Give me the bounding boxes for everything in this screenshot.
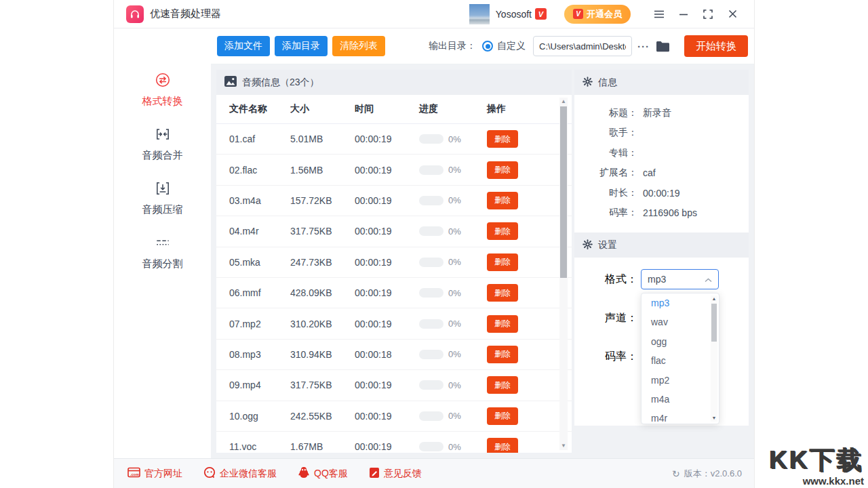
table-row[interactable]: 04.m4r 317.75KB 00:00:19 0% 删除 [216,216,572,247]
dropdown-option[interactable]: m4r [642,409,719,424]
sidebar-item-format-convert[interactable]: 格式转换 [142,72,183,108]
scrollbar-thumb[interactable] [711,304,717,342]
cell-time: 00:00:19 [355,165,419,176]
menu-icon[interactable] [647,4,671,24]
table-header-row: 文件名称 大小 时间 进度 操作 [216,95,572,124]
refresh-icon[interactable]: ↻ [672,468,680,479]
delete-button[interactable]: 删除 [487,284,518,302]
minimize-icon[interactable] [671,4,696,24]
vip-badge-icon: V [535,8,547,20]
cell-size: 242.55KB [290,411,355,422]
table-row[interactable]: 06.mmf 428.09KB 00:00:19 0% 删除 [216,278,572,308]
photo-icon [224,76,237,89]
table-row[interactable]: 08.mp3 310.94KB 00:00:18 0% 删除 [216,340,572,370]
scroll-down-icon[interactable]: ▼ [561,442,566,450]
app-logo-icon [126,5,144,23]
scroll-down-icon[interactable]: ▼ [711,415,717,422]
delete-button[interactable]: 删除 [487,253,518,271]
progress-text: 0% [448,380,461,390]
progress-bar [419,411,443,421]
delete-button[interactable]: 删除 [487,407,518,425]
table-row[interactable]: 01.caf 5.01MB 00:00:19 0% 删除 [216,124,572,155]
close-icon[interactable] [720,4,745,24]
settings-title: 设置 [598,239,617,251]
dropdown-option[interactable]: mp3 [642,293,719,312]
sidebar-item-audio-split[interactable]: 音频分割 [142,235,183,270]
progress-bar [419,226,443,236]
scroll-up-icon[interactable]: ▲ [711,296,717,302]
add-folder-button[interactable]: 添加目录 [275,36,328,56]
delete-button[interactable]: 删除 [487,346,518,363]
progress-text: 0% [448,319,461,329]
delete-button[interactable]: 删除 [487,438,518,453]
progress-bar [419,258,443,267]
dropdown-option[interactable]: flac [642,351,719,370]
dropdown-option[interactable]: mp2 [642,371,719,390]
col-progress: 进度 [419,103,487,115]
cell-filename: 07.mp2 [229,319,290,329]
wechat-support-link[interactable]: 企业微信客服 [203,466,277,481]
delete-button[interactable]: 删除 [487,130,518,148]
table-row[interactable]: 10.ogg 242.55KB 00:00:19 0% 删除 [216,401,572,432]
browse-more-button[interactable]: ··· [637,41,650,52]
progress-text: 0% [448,288,461,298]
dropdown-scrollbar[interactable]: ▲ ▼ [711,296,717,422]
maximize-icon[interactable] [696,4,720,24]
sidebar-item-label: 格式转换 [142,95,183,108]
table-row[interactable]: 09.mp4 317.75KB 00:00:19 0% 删除 [216,370,572,401]
scrollbar-thumb[interactable] [560,106,567,278]
field-label: 专辑： [574,147,637,159]
official-site-link[interactable]: .com 官方网址 [127,467,182,480]
field-label: 时长： [574,187,637,199]
scroll-up-icon[interactable]: ▲ [561,98,566,106]
delete-button[interactable]: 删除 [487,222,518,240]
start-convert-button[interactable]: 开始转换 [684,35,748,57]
sidebar-item-audio-merge[interactable]: 音频合并 [142,126,183,162]
dropdown-option[interactable]: m4a [642,390,719,409]
cell-size: 310.94KB [290,349,355,360]
clear-list-button[interactable]: 清除列表 [332,36,385,56]
user-avatar[interactable] [469,4,490,24]
delete-button[interactable]: 删除 [487,161,518,179]
format-select[interactable]: mp3 [641,269,719,289]
table-row[interactable]: 11.voc 1.67MB 00:00:19 0% 删除 [216,432,572,453]
delete-button[interactable]: 删除 [487,192,518,209]
table-scrollbar[interactable]: ▲ ▼ [559,98,568,450]
field-label: 歌手： [574,127,637,139]
custom-radio[interactable] [482,41,493,52]
cell-time: 00:00:19 [355,319,419,329]
delete-button[interactable]: 删除 [487,376,518,394]
progress-text: 0% [448,226,461,237]
table-row[interactable]: 05.mka 247.73KB 00:00:19 0% 删除 [216,247,572,278]
upgrade-vip-button[interactable]: V 开通会员 [564,5,631,24]
col-filename: 文件名称 [229,103,290,115]
watermark: KK下载 www.kkx.net [770,446,864,487]
compress-icon [155,180,171,199]
field-label: 标题： [574,107,637,119]
open-folder-icon[interactable] [656,41,670,52]
link-label: QQ客服 [314,468,348,480]
cell-time: 00:00:19 [355,134,419,144]
delete-button[interactable]: 删除 [487,315,518,333]
table-body: 01.caf 5.01MB 00:00:19 0% 删除 02.flac 1.5… [216,124,572,453]
link-label: 意见反馈 [384,468,422,480]
feedback-link[interactable]: 意见反馈 [369,467,422,481]
cell-size: 157.72KB [290,195,355,206]
table-row[interactable]: 03.m4a 157.72KB 00:00:19 0% 删除 [216,186,572,216]
add-files-button[interactable]: 添加文件 [217,36,270,56]
dropdown-option[interactable]: wav [642,312,719,331]
watermark-url: www.kkx.net [770,475,864,487]
table-row[interactable]: 02.flac 1.56MB 00:00:19 0% 删除 [216,155,572,185]
sidebar-item-audio-compress[interactable]: 音频压缩 [142,180,183,216]
output-path-input[interactable] [533,36,632,56]
cell-time: 00:00:19 [355,380,419,390]
qq-support-link[interactable]: QQ客服 [298,466,348,481]
cell-filename: 05.mka [229,257,290,268]
field-label: 码率： [574,207,637,219]
table-row[interactable]: 07.mp2 310.20KB 00:00:19 0% 删除 [216,308,572,339]
dropdown-option[interactable]: ogg [642,332,719,351]
output-dir-label: 输出目录： [429,40,476,52]
field-value: 00:00:19 [643,188,680,199]
progress-text: 0% [448,195,461,205]
cell-size: 5.01MB [290,134,355,144]
